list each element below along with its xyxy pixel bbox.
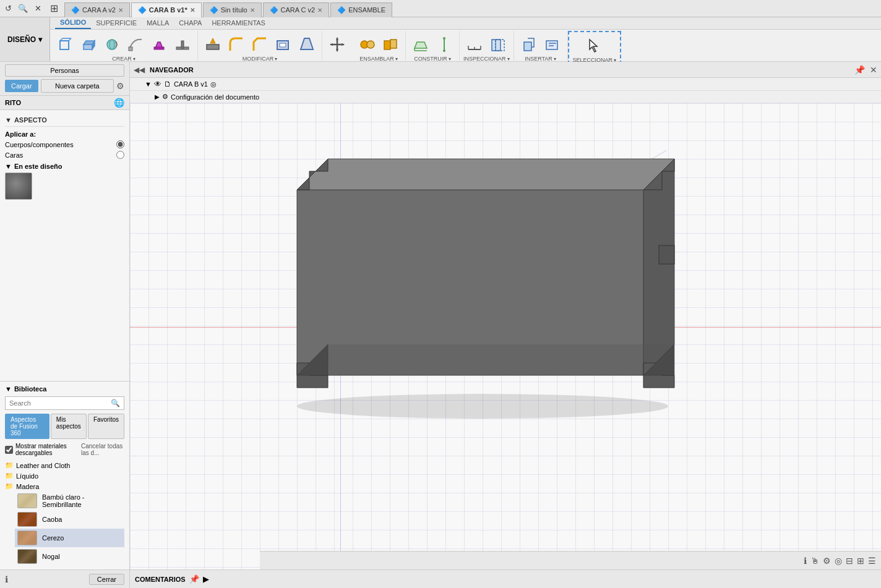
lib-tab-fusion[interactable]: Aspectos de Fusion 360	[5, 414, 49, 439]
toolbar-btn-shell[interactable]	[272, 35, 294, 54]
toolbar-group-ensamblar: ENSAMBLAR ▾	[352, 31, 406, 64]
radio-caras: Caras	[5, 151, 124, 159]
toolbar-btn-revolve[interactable]	[101, 35, 123, 54]
toolbar-btn-draft[interactable]	[296, 35, 318, 54]
toolbar-btn-joint2[interactable]	[379, 35, 402, 54]
section-icon	[489, 36, 507, 53]
settings-icon[interactable]: ⚙	[116, 81, 124, 91]
lib-tab-mis[interactable]: Mis aspectos	[51, 414, 87, 439]
toolbar-btn-new-component[interactable]	[54, 35, 76, 54]
toolbar-btn-fillet[interactable]	[225, 35, 247, 54]
tab-ensamble[interactable]: 🔷 ENSAMBLE	[330, 2, 392, 17]
nav-doc-icon: 🗋	[164, 80, 171, 88]
tab-cara-a-v2[interactable]: 🔷 CARA A v2 ✕	[64, 2, 130, 17]
close-icon[interactable]: ✕	[32, 3, 43, 14]
nav-close-icon[interactable]: ✕	[870, 65, 877, 75]
decal-icon	[544, 36, 561, 53]
tab-close-sin-titulo[interactable]: ✕	[250, 7, 255, 14]
nav-pin-icon[interactable]: 📌	[854, 65, 865, 75]
category-liquido-label: Líquido	[16, 472, 38, 480]
tab-close-cara-a[interactable]: ✕	[118, 7, 123, 14]
nueva-carpeta-button[interactable]: Nueva carpeta	[41, 79, 114, 93]
mat-item-caoba[interactable]: Caoba	[15, 510, 124, 529]
nav-eye-icon[interactable]: 👁	[154, 80, 161, 88]
biblioteca-label: Biblioteca	[14, 385, 47, 393]
tab-close-cara-b[interactable]: ✕	[190, 7, 195, 14]
info-icon[interactable]: ℹ	[5, 574, 8, 584]
search-magnifier-icon[interactable]: 🔍	[107, 397, 124, 409]
svg-point-7	[107, 40, 117, 49]
comentarios-toggle[interactable]: ▶	[203, 575, 208, 584]
mat-item-bamboo[interactable]: Bambú claro - Semibrillante	[15, 492, 124, 510]
status-icon-6[interactable]: ⊞	[857, 556, 864, 566]
mostrar-checkbox[interactable]	[5, 446, 13, 454]
toolbar-btn-measure[interactable]	[463, 35, 486, 54]
tab-herramientas[interactable]: HERRAMIENTAS	[207, 17, 270, 29]
nav-target-icon[interactable]: ◎	[210, 80, 217, 88]
viewport[interactable]: ℹ 🖱 ⚙ ◎ ⊟ ⊞ ☰	[130, 103, 881, 569]
toolbar-btn-loft[interactable]	[148, 35, 170, 54]
status-icon-7[interactable]: ☰	[868, 556, 876, 566]
status-icon-4[interactable]: ◎	[835, 556, 842, 566]
toolbar-btn-insert[interactable]	[518, 35, 540, 54]
search-icon[interactable]: 🔍	[17, 3, 28, 14]
design-button[interactable]: DISEÑO ▾	[0, 17, 50, 61]
tab-superficie[interactable]: SUPERFICIE	[91, 17, 142, 29]
toolbar-btn-chamfer[interactable]	[249, 35, 271, 54]
toolbar-btn-joint[interactable]	[356, 35, 378, 54]
cancelar-link[interactable]: Cancelar todas las d...	[81, 443, 124, 456]
tab-cara-b-v1[interactable]: 🔷 CARA B v1* ✕	[131, 2, 202, 17]
category-liquido[interactable]: 📁 Líquido	[5, 471, 124, 481]
tab-sin-titulo[interactable]: 🔷 Sin título ✕	[203, 2, 262, 17]
tab-cara-c-v2[interactable]: 🔷 CARA C v2 ✕	[263, 2, 330, 17]
sweep-icon	[127, 36, 144, 53]
category-madera[interactable]: 📁 Madera	[5, 481, 124, 492]
ensamblar-label: ENSAMBLAR ▾	[359, 56, 398, 62]
status-icon-2[interactable]: 🖱	[810, 556, 819, 566]
cerrar-button[interactable]: Cerrar	[89, 574, 124, 585]
toolbar-btn-axis[interactable]	[433, 35, 455, 54]
cargar-button[interactable]: Cargar	[5, 80, 38, 92]
caras-label: Caras	[5, 151, 23, 159]
modificar-label: MODIFICAR ▾	[243, 56, 278, 62]
move-icon	[329, 36, 346, 53]
tab-solido[interactable]: SÓLIDO	[55, 17, 91, 29]
navigator-bar: ◀◀ NAVEGADOR 📌 ✕	[130, 62, 881, 78]
aspecto-section-title[interactable]: ▼ ASPECTO	[5, 114, 124, 127]
comentarios-icon[interactable]: 📌	[189, 574, 199, 584]
app-grid-icon[interactable]: ⊞	[48, 3, 59, 14]
status-icon-1[interactable]: ℹ	[804, 556, 807, 566]
toolbar-btn-decal[interactable]	[541, 35, 564, 54]
tab-close-cara-c[interactable]: ✕	[317, 7, 322, 14]
toolbar-btn-rib[interactable]	[171, 35, 194, 54]
lib-tab-favoritos[interactable]: Favoritos	[88, 414, 124, 439]
status-icon-3[interactable]: ⚙	[823, 556, 831, 566]
refresh-icon[interactable]: ↺	[2, 3, 14, 14]
toolbar-btn-select[interactable]	[583, 36, 606, 56]
en-este-diseno-section[interactable]: ▼ En este diseño	[5, 163, 124, 170]
mat-item-nogal[interactable]: Nogal	[15, 547, 124, 566]
personas-button[interactable]: Personas	[5, 64, 124, 77]
toolbar-btn-plane[interactable]	[410, 35, 432, 54]
search-input[interactable]	[6, 398, 107, 409]
globe-icon[interactable]: 🌐	[114, 98, 124, 108]
radio-caras-input[interactable]	[116, 151, 124, 159]
nav-tree-expand[interactable]: ▼	[145, 80, 152, 88]
toolbar-btn-section[interactable]	[487, 35, 509, 54]
mat-item-cerezo[interactable]: Cerezo	[15, 529, 124, 547]
toolbar-btn-move[interactable]	[326, 35, 348, 54]
category-leather[interactable]: 📁 Leather and Cloth	[5, 460, 124, 471]
svg-marker-42	[590, 40, 597, 52]
biblioteca-title[interactable]: ▼ Biblioteca	[5, 385, 124, 393]
toolbar-btn-extrude[interactable]	[77, 35, 100, 54]
nav-expand-sub[interactable]: ▶	[155, 93, 160, 100]
status-icon-5[interactable]: ⊟	[846, 556, 853, 566]
tab-label-cara-c: CARA C v2	[281, 6, 316, 14]
tab-malla[interactable]: MALLA	[142, 17, 174, 29]
radio-cuerpos-input[interactable]	[116, 140, 124, 148]
toolbar-btn-press-pull[interactable]	[202, 35, 224, 54]
nav-collapse-arrow[interactable]: ◀◀	[134, 66, 145, 74]
en-este-diseno-label: En este diseño	[14, 163, 62, 170]
toolbar-btn-sweep[interactable]	[124, 35, 147, 54]
tab-chapa[interactable]: CHAPA	[174, 17, 207, 29]
